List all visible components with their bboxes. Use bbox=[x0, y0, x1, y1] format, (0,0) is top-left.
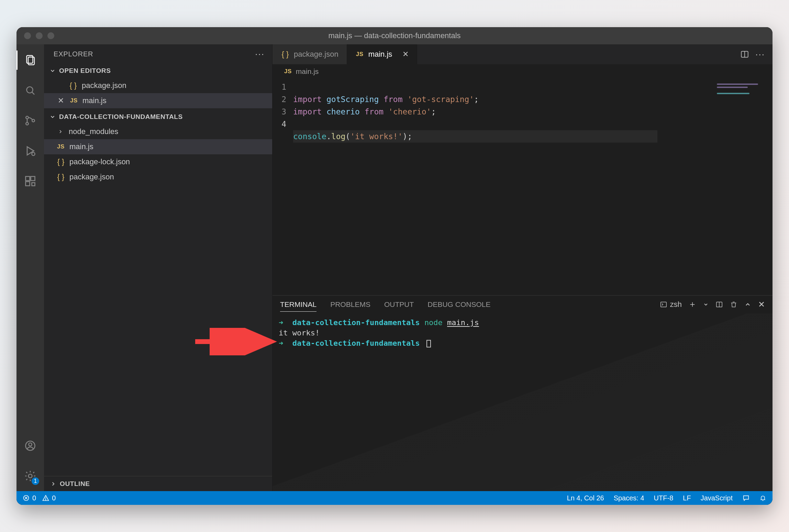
split-editor-icon[interactable] bbox=[740, 50, 749, 59]
svg-point-6 bbox=[32, 119, 35, 122]
outline-label: OUTLINE bbox=[60, 480, 90, 488]
braces-icon: { } bbox=[281, 50, 290, 59]
window-title: main.js — data-collection-fundamentals bbox=[16, 31, 773, 40]
maximize-panel-icon[interactable] bbox=[744, 301, 751, 308]
activity-manage-gear-icon[interactable]: 1 bbox=[16, 464, 44, 488]
editor-tab-bar: { } package.json JS main.js ✕ ··· bbox=[273, 44, 773, 64]
status-errors[interactable]: 0 bbox=[23, 494, 36, 502]
activity-accounts-icon[interactable] bbox=[16, 433, 44, 458]
braces-icon: { } bbox=[56, 157, 65, 166]
app-window: main.js — data-collection-fundamentals bbox=[16, 27, 773, 505]
file-name: package.json bbox=[82, 81, 126, 90]
prompt-cwd: data-collection-fundamentals bbox=[292, 339, 420, 347]
js-file-icon: JS bbox=[355, 51, 364, 58]
panel-tab-debug[interactable]: DEBUG CONSOLE bbox=[427, 300, 490, 309]
panel-tab-bar: TERMINAL PROBLEMS OUTPUT DEBUG CONSOLE z… bbox=[273, 296, 773, 313]
zoom-window-dot[interactable] bbox=[47, 32, 54, 39]
svg-rect-11 bbox=[26, 182, 30, 186]
activity-bar: 1 bbox=[16, 44, 44, 491]
braces-icon: { } bbox=[56, 173, 65, 181]
chevron-right-icon bbox=[50, 481, 56, 487]
close-editor-icon[interactable]: ✕ bbox=[56, 96, 65, 105]
status-language[interactable]: JavaScript bbox=[701, 494, 733, 502]
split-terminal-icon[interactable] bbox=[715, 301, 723, 308]
sidebar-more-icon[interactable]: ··· bbox=[255, 49, 265, 59]
kill-terminal-icon[interactable] bbox=[730, 301, 737, 308]
status-warnings[interactable]: 0 bbox=[42, 494, 56, 502]
svg-line-3 bbox=[32, 92, 34, 95]
chevron-right-icon bbox=[58, 129, 65, 134]
sidebar-title: EXPLORER bbox=[54, 50, 93, 58]
breadcrumb-bar[interactable]: JS main.js bbox=[273, 64, 773, 79]
editor-tab[interactable]: JS main.js ✕ bbox=[347, 44, 418, 64]
status-notifications-icon[interactable] bbox=[759, 494, 766, 502]
prompt-arrow-icon: ➜ bbox=[279, 339, 283, 347]
terminal-dropdown-icon[interactable] bbox=[703, 302, 709, 307]
open-editors-section[interactable]: OPEN EDITORS bbox=[44, 64, 272, 78]
outline-section[interactable]: OUTLINE bbox=[44, 476, 272, 491]
close-tab-icon[interactable]: ✕ bbox=[402, 50, 409, 59]
title-bar: main.js — data-collection-fundamentals bbox=[16, 27, 773, 44]
svg-rect-10 bbox=[31, 177, 35, 181]
activity-search-icon[interactable] bbox=[16, 78, 44, 103]
code-editor[interactable]: 1 2 3 4 import gotScraping from 'got-scr… bbox=[273, 79, 773, 295]
panel-tab-terminal[interactable]: TERMINAL bbox=[280, 300, 316, 312]
terminal-view[interactable]: ➜ data-collection-fundamentals node main… bbox=[273, 313, 773, 491]
status-encoding[interactable]: UTF-8 bbox=[654, 494, 674, 502]
minimap[interactable] bbox=[714, 79, 773, 295]
open-editor-item[interactable]: ✕ JS main.js bbox=[44, 93, 272, 108]
close-panel-icon[interactable]: ✕ bbox=[758, 300, 765, 309]
prompt-cwd: data-collection-fundamentals bbox=[292, 318, 420, 327]
terminal-argument: main.js bbox=[447, 318, 479, 327]
status-bar: 0 0 Ln 4, Col 26 Spaces: 4 UTF-8 LF Java… bbox=[16, 491, 773, 505]
gear-update-badge: 1 bbox=[32, 477, 39, 485]
braces-icon: { } bbox=[69, 81, 78, 90]
terminal-command: node bbox=[424, 318, 443, 327]
status-cursor-position[interactable]: Ln 4, Col 26 bbox=[567, 494, 604, 502]
new-terminal-icon[interactable] bbox=[689, 301, 696, 308]
svg-point-5 bbox=[26, 122, 29, 125]
close-window-dot[interactable] bbox=[24, 32, 31, 39]
svg-point-14 bbox=[29, 443, 32, 446]
tab-label: main.js bbox=[368, 50, 392, 59]
workspace-section[interactable]: DATA-COLLECTION-FUNDAMENTALS bbox=[44, 110, 272, 124]
js-file-icon: JS bbox=[56, 143, 65, 150]
svg-marker-7 bbox=[27, 147, 34, 155]
editor-tab[interactable]: { } package.json bbox=[273, 44, 347, 64]
svg-point-2 bbox=[27, 87, 33, 93]
terminal-profile[interactable]: zsh bbox=[660, 300, 682, 309]
workspace-name: DATA-COLLECTION-FUNDAMENTALS bbox=[59, 113, 183, 121]
bottom-panel: TERMINAL PROBLEMS OUTPUT DEBUG CONSOLE z… bbox=[273, 295, 773, 491]
line-number-gutter: 1 2 3 4 bbox=[273, 79, 293, 295]
prompt-arrow-icon: ➜ bbox=[279, 318, 283, 327]
activity-source-control-icon[interactable] bbox=[16, 108, 44, 133]
js-file-icon: JS bbox=[69, 97, 78, 104]
js-file-icon: JS bbox=[284, 68, 292, 75]
editor-more-actions-icon[interactable]: ··· bbox=[755, 49, 765, 60]
file-tree-item[interactable]: { } package.json bbox=[44, 169, 272, 185]
terminal-cursor bbox=[426, 340, 431, 347]
panel-tab-problems[interactable]: PROBLEMS bbox=[330, 300, 370, 309]
breadcrumb-file: main.js bbox=[296, 67, 319, 76]
tab-label: package.json bbox=[294, 50, 338, 59]
status-feedback-icon[interactable] bbox=[742, 494, 750, 502]
minimize-window-dot[interactable] bbox=[36, 32, 43, 39]
folder-name: node_modules bbox=[69, 127, 118, 136]
status-eol[interactable]: LF bbox=[683, 494, 691, 502]
status-indentation[interactable]: Spaces: 4 bbox=[614, 494, 644, 502]
file-name: package-lock.json bbox=[69, 157, 130, 166]
file-tree-item[interactable]: JS main.js bbox=[44, 139, 272, 154]
svg-rect-12 bbox=[32, 183, 35, 186]
file-name: main.js bbox=[69, 142, 93, 151]
chevron-down-icon bbox=[49, 114, 56, 120]
panel-tab-output[interactable]: OUTPUT bbox=[384, 300, 414, 309]
open-editor-item[interactable]: { } package.json bbox=[44, 78, 272, 93]
file-tree-item[interactable]: { } package-lock.json bbox=[44, 154, 272, 169]
svg-rect-18 bbox=[661, 302, 667, 307]
file-tree-item[interactable]: node_modules bbox=[44, 124, 272, 139]
activity-explorer-icon[interactable] bbox=[16, 48, 44, 73]
activity-extensions-icon[interactable] bbox=[16, 169, 44, 193]
svg-point-27 bbox=[45, 499, 46, 500]
activity-run-debug-icon[interactable] bbox=[16, 138, 44, 163]
svg-point-4 bbox=[26, 116, 29, 119]
